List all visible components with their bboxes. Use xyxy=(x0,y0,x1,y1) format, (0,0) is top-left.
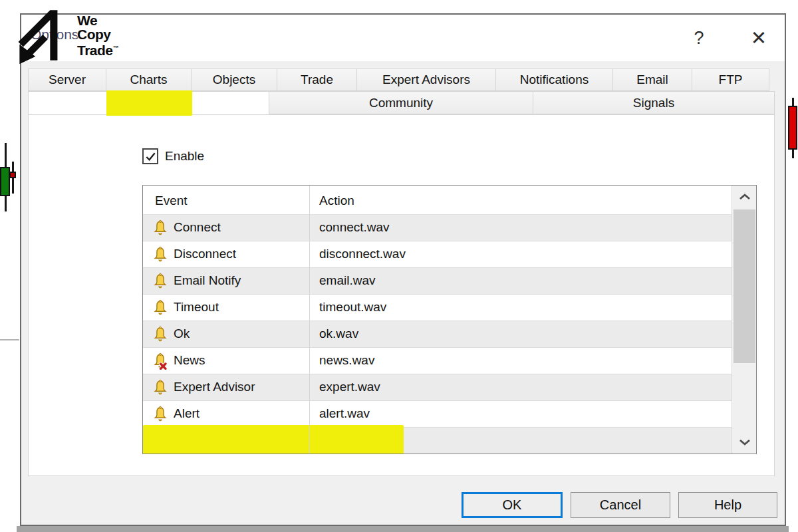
enable-label: Enable xyxy=(165,149,204,164)
cancel-button[interactable]: Cancel xyxy=(571,492,670,518)
tab-community[interactable]: Community xyxy=(269,91,533,114)
bell-icon xyxy=(152,326,168,343)
event-row-ok[interactable]: Ok ok.wav xyxy=(143,321,732,348)
event-row-timeout[interactable]: Timeout timeout.wav xyxy=(143,295,732,321)
bell-icon xyxy=(152,219,168,237)
tab-charts[interactable]: Charts xyxy=(106,68,192,91)
alert-row-highlight xyxy=(143,425,404,454)
table-scrollbar[interactable] xyxy=(732,186,756,454)
tab-notifications[interactable]: Notifications xyxy=(495,68,613,91)
column-divider xyxy=(309,186,310,454)
event-row-disconnect[interactable]: Disconnect disconnect.wav xyxy=(143,241,732,268)
bell-icon xyxy=(152,299,168,317)
tab-expert-advisors[interactable]: Expert Advisors xyxy=(356,68,496,91)
tab-email[interactable]: Email xyxy=(612,68,692,91)
events-panel: Enable Event Action Connect connect.wav xyxy=(28,114,775,476)
event-row-alert[interactable]: Alert alert.wav xyxy=(143,401,732,428)
tab-server[interactable]: Server xyxy=(28,68,106,91)
event-row-expert-advisor[interactable]: Expert Advisor expert.wav xyxy=(143,374,732,401)
tab-ftp[interactable]: FTP xyxy=(692,68,769,91)
wecopytrade-logo-text: We Copy Trade™ xyxy=(77,13,118,67)
bell-icon xyxy=(152,379,168,396)
events-tab-highlight xyxy=(106,90,192,116)
event-row-news[interactable]: News news.wav xyxy=(143,348,732,374)
event-row-email-notify[interactable]: Email Notify email.wav xyxy=(143,268,732,295)
ok-button[interactable]: OK xyxy=(462,492,563,518)
help-button[interactable]: Help xyxy=(678,492,777,518)
bell-icon xyxy=(152,246,168,263)
column-header-action[interactable]: Action xyxy=(319,194,354,208)
options-dialog: Options ? ✕ Server Charts Objects Trade … xyxy=(20,13,786,526)
bell-icon xyxy=(152,273,168,290)
titlebar-help-button[interactable]: ? xyxy=(684,23,714,53)
titlebar: Options ? ✕ xyxy=(21,15,785,61)
scroll-up-icon[interactable] xyxy=(732,186,757,208)
close-icon[interactable]: ✕ xyxy=(743,23,774,53)
events-table: Event Action Connect connect.wav xyxy=(142,185,757,454)
tab-signals[interactable]: Signals xyxy=(533,91,775,114)
wecopytrade-logo-icon xyxy=(15,4,76,65)
bell-icon xyxy=(152,406,168,423)
scroll-down-icon[interactable] xyxy=(732,431,757,454)
column-header-event[interactable]: Event xyxy=(155,194,188,208)
enable-checkbox[interactable] xyxy=(142,148,158,164)
event-row-connect[interactable]: Connect connect.wav xyxy=(143,215,732,241)
tab-objects[interactable]: Objects xyxy=(191,68,277,91)
table-header: Event Action xyxy=(143,186,756,215)
bell-disabled-icon xyxy=(152,352,168,370)
scrollbar-thumb[interactable] xyxy=(733,209,755,363)
wecopytrade-logo: We Copy Trade™ xyxy=(15,4,131,67)
chart-gridline xyxy=(0,339,19,340)
checkmark-icon xyxy=(144,150,157,163)
dialog-shadow xyxy=(17,526,789,532)
tab-trade[interactable]: Trade xyxy=(277,68,357,91)
